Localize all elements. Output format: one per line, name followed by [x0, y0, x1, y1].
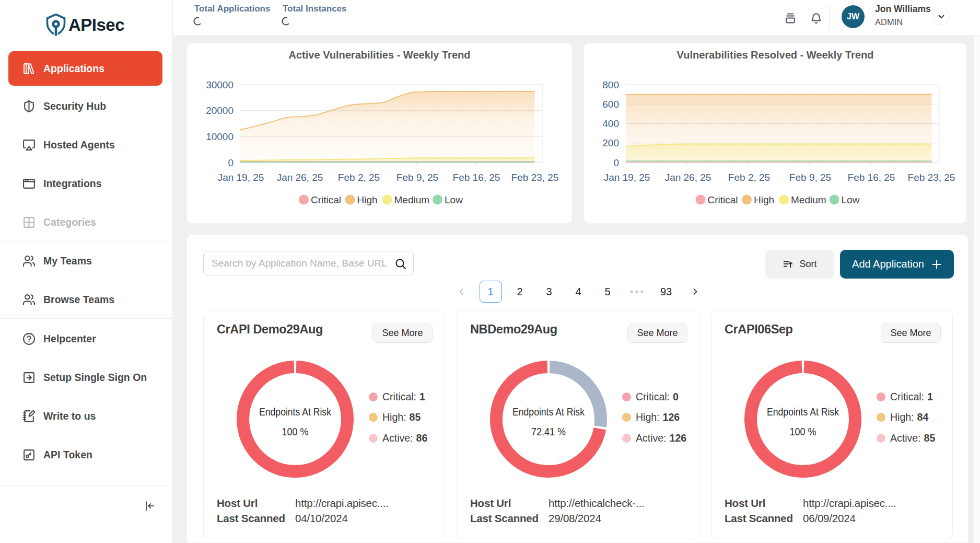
svg-text:10000: 10000 [206, 131, 234, 142]
svg-text:Jan 19, 25: Jan 19, 25 [604, 172, 650, 183]
svg-text:Feb 2, 25: Feb 2, 25 [728, 172, 770, 183]
svg-text:Feb 9, 25: Feb 9, 25 [396, 172, 438, 183]
svg-text:600: 600 [602, 99, 619, 110]
svg-text:Low: Low [842, 194, 860, 205]
svg-text:Feb 2, 25: Feb 2, 25 [338, 172, 380, 183]
svg-text:30000: 30000 [206, 79, 234, 90]
svg-text:Low: Low [445, 194, 463, 205]
svg-text:0: 0 [228, 157, 234, 168]
svg-text:200: 200 [602, 137, 619, 148]
svg-text:Jan 19, 25: Jan 19, 25 [218, 172, 264, 183]
svg-text:Critical: Critical [708, 194, 738, 205]
svg-text:20000: 20000 [206, 105, 234, 116]
svg-text:800: 800 [602, 79, 619, 90]
svg-text:Feb 23, 25: Feb 23, 25 [511, 172, 559, 183]
svg-text:Feb 16, 25: Feb 16, 25 [848, 172, 895, 183]
svg-text:400: 400 [602, 118, 619, 129]
svg-text:Medium: Medium [394, 194, 430, 205]
svg-text:Feb 9, 25: Feb 9, 25 [789, 172, 831, 183]
svg-text:Feb 16, 25: Feb 16, 25 [453, 172, 500, 183]
svg-text:Feb 23, 25: Feb 23, 25 [908, 172, 955, 183]
svg-text:High: High [754, 194, 774, 205]
svg-text:Jan 26, 25: Jan 26, 25 [277, 172, 323, 183]
svg-text:Critical: Critical [311, 194, 341, 205]
svg-text:0: 0 [613, 157, 619, 168]
svg-text:High: High [357, 194, 378, 205]
svg-text:Medium: Medium [791, 194, 826, 205]
svg-text:Jan 26, 25: Jan 26, 25 [665, 172, 711, 183]
